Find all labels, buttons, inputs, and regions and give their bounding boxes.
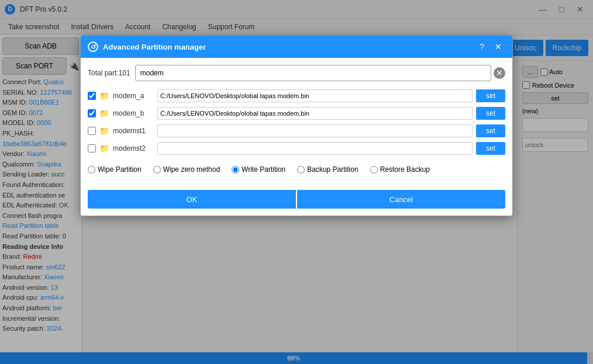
modal-help-button[interactable]: ?: [475, 40, 489, 53]
partition-search-input[interactable]: [135, 65, 491, 81]
folder-icon: 📁: [99, 126, 109, 136]
partition-list: 📁 modem_a set 📁 modem_b set 📁: [88, 88, 505, 156]
wipe-partition-label: Wipe Partition: [98, 165, 142, 174]
wipe-zero-radio[interactable]: [153, 166, 161, 174]
table-row: 📁 modem_a set: [88, 88, 505, 103]
backup-partition-radio[interactable]: [297, 166, 305, 174]
modal-overlay: ↺ Advanced Partition manager ? ✕ Total p…: [0, 0, 593, 364]
partition-name-modemst1: modemst1: [113, 127, 154, 135]
advanced-partition-modal: ↺ Advanced Partition manager ? ✕ Total p…: [80, 35, 513, 216]
modal-title-text: Advanced Partition manager: [103, 43, 475, 51]
radio-options: Wipe Partition Wipe zero method Write Pa…: [88, 163, 505, 176]
wipe-zero-radio-label[interactable]: Wipe zero method: [153, 165, 220, 174]
modal-footer: OK Cancel: [81, 190, 512, 216]
modal-close-button[interactable]: ✕: [491, 40, 505, 53]
search-clear-button[interactable]: ✕: [494, 67, 505, 79]
partition-checkbox-modemst2[interactable]: [88, 144, 96, 152]
folder-icon: 📁: [99, 144, 109, 153]
partition-checkbox-modem-a[interactable]: [88, 92, 96, 100]
partition-set-modemst2[interactable]: set: [476, 142, 505, 155]
restore-backup-label: Restore Backup: [380, 165, 430, 174]
wipe-zero-label: Wipe zero method: [163, 165, 220, 174]
folder-icon: 📁: [99, 109, 109, 118]
cancel-button[interactable]: Cancel: [297, 190, 505, 209]
partition-checkbox-modem-b[interactable]: [88, 109, 96, 117]
wipe-partition-radio[interactable]: [88, 166, 95, 174]
write-partition-radio-label[interactable]: Write Partition: [232, 165, 285, 174]
restore-backup-radio-label[interactable]: Restore Backup: [370, 165, 430, 174]
partition-name-modem-b: modem_b: [113, 109, 154, 117]
ok-button[interactable]: OK: [88, 190, 296, 209]
partition-name-modemst2: modemst2: [113, 144, 154, 152]
modal-title-bar: ↺ Advanced Partition manager ? ✕: [81, 36, 512, 58]
modal-title-controls: ? ✕: [475, 40, 505, 53]
partition-path-modemst1[interactable]: [157, 124, 473, 137]
modal-body: Total part:101 ✕ 📁 modem_a set 📁: [81, 58, 512, 190]
backup-partition-label: Backup Partition: [307, 165, 358, 174]
table-row: 📁 modemst1 set: [88, 123, 505, 138]
partition-checkbox-modemst1[interactable]: [88, 127, 96, 135]
folder-icon: 📁: [99, 91, 109, 100]
total-part-label: Total part:101: [88, 69, 130, 77]
backup-partition-radio-label[interactable]: Backup Partition: [297, 165, 358, 174]
partition-name-modem-a: modem_a: [113, 92, 154, 100]
partition-set-modem-b[interactable]: set: [476, 107, 505, 120]
partition-set-modemst1[interactable]: set: [476, 124, 505, 137]
partition-set-modem-a[interactable]: set: [476, 89, 505, 102]
partition-path-modem-a[interactable]: [157, 89, 473, 102]
modal-title-icon: ↺: [88, 41, 98, 52]
write-partition-label: Write Partition: [242, 165, 285, 174]
search-bar: Total part:101 ✕: [88, 65, 505, 81]
partition-path-modem-b[interactable]: [157, 107, 473, 120]
wipe-partition-radio-label[interactable]: Wipe Partition: [88, 165, 142, 174]
write-partition-radio[interactable]: [232, 166, 239, 174]
partition-path-modemst2[interactable]: [157, 142, 473, 155]
table-row: 📁 modemst2 set: [88, 141, 505, 156]
restore-backup-radio[interactable]: [370, 166, 378, 174]
table-row: 📁 modem_b set: [88, 106, 505, 121]
